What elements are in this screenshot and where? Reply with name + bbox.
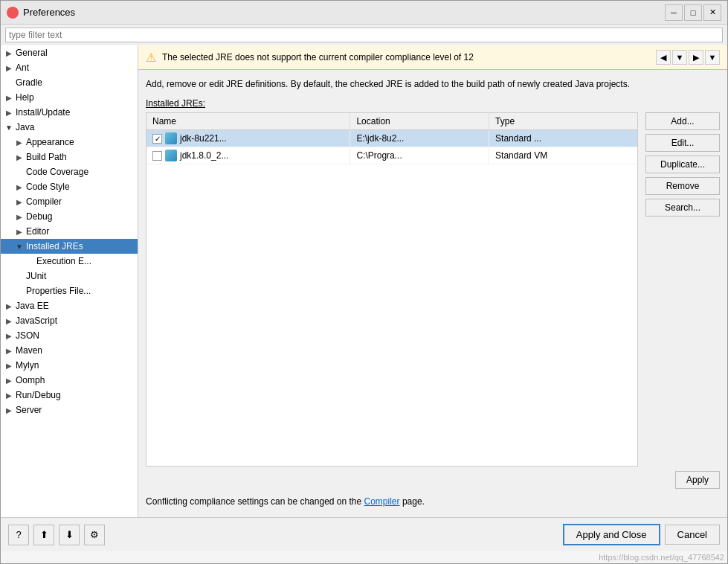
arrow-oomph: ▶	[4, 376, 14, 385]
back-button[interactable]: ◀	[656, 50, 671, 65]
label-mylyn: Mylyn	[14, 360, 39, 371]
sidebar-item-install-update[interactable]: ▶Install/Update	[1, 105, 138, 120]
jre-location: E:\jdk-8u2...	[350, 130, 489, 147]
jre-checkbox[interactable]	[152, 151, 162, 161]
jre-type: Standard VM	[489, 147, 637, 164]
remove-button[interactable]: Remove	[645, 177, 720, 195]
sidebar-item-build-path[interactable]: ▶Build Path	[1, 150, 138, 164]
sidebar-item-java-ee[interactable]: ▶Java EE	[1, 298, 138, 313]
maximize-button[interactable]: □	[684, 4, 702, 21]
col-name[interactable]: Name	[146, 113, 350, 130]
sidebar-item-java[interactable]: ▼Java	[1, 120, 138, 135]
filter-bar	[1, 25, 727, 45]
sidebar-item-execution-env[interactable]: Execution E...	[1, 254, 138, 269]
jre-icon	[165, 132, 177, 144]
sidebar-item-general[interactable]: ▶General	[1, 45, 138, 60]
sidebar-item-editor[interactable]: ▶Editor	[1, 224, 138, 239]
table-row[interactable]: jdk1.8.0_2...C:\Progra...Standard VM	[146, 147, 637, 164]
bottom-bar: ? ⬆ ⬇ ⚙ Apply and Close Cancel	[1, 517, 727, 551]
window-title: Preferences	[23, 7, 75, 18]
sidebar-item-server[interactable]: ▶Server	[1, 403, 138, 417]
export-button[interactable]: ⬆	[33, 525, 54, 545]
label-oomph: Oomph	[14, 375, 45, 385]
table-row[interactable]: ✓jdk-8u221...E:\jdk-8u2...Standard ...	[146, 130, 637, 147]
warning-icon: ⚠	[146, 51, 156, 65]
preferences-window: Preferences ─ □ ✕ ▶General▶AntGradle▶Hel…	[0, 0, 728, 564]
arrow-general: ▶	[4, 49, 14, 57]
close-button[interactable]: ✕	[703, 4, 721, 21]
col-type[interactable]: Type	[489, 113, 637, 130]
sidebar-item-junit[interactable]: JUnit	[1, 269, 138, 283]
arrow-installed-jres: ▼	[14, 243, 25, 251]
sidebar-item-ant[interactable]: ▶Ant	[1, 60, 138, 75]
sidebar-item-run-debug[interactable]: ▶Run/Debug	[1, 388, 138, 403]
sidebar-item-gradle[interactable]: Gradle	[1, 75, 138, 90]
panel-body: Add, remove or edit JRE definitions. By …	[138, 70, 727, 517]
preferences-icon-button[interactable]: ⚙	[84, 525, 105, 545]
description-text: Add, remove or edit JRE definitions. By …	[146, 77, 720, 91]
help-button[interactable]: ?	[8, 525, 29, 545]
sidebar-item-maven[interactable]: ▶Maven	[1, 343, 138, 358]
sidebar-item-code-coverage[interactable]: Code Coverage	[1, 164, 138, 179]
search-button[interactable]: Search...	[645, 199, 720, 217]
forward-button[interactable]: ▶	[689, 50, 703, 65]
watermark: https://blog.csdn.net/qq_47768542	[1, 551, 727, 563]
nav-arrows: ◀ ▼ ▶ ▼	[656, 50, 720, 65]
arrow-code-style: ▶	[14, 183, 25, 191]
minimize-button[interactable]: ─	[665, 4, 683, 21]
nav-dropdown2[interactable]: ▼	[705, 50, 720, 65]
col-location[interactable]: Location	[350, 113, 489, 130]
add-button[interactable]: Add...	[645, 112, 720, 130]
arrow-help: ▶	[4, 94, 14, 102]
import-button[interactable]: ⬇	[59, 525, 80, 545]
arrow-ant: ▶	[4, 64, 14, 72]
label-execution-env: Execution E...	[35, 256, 91, 266]
edit-button[interactable]: Edit...	[645, 134, 720, 152]
jre-checkbox[interactable]: ✓	[152, 134, 162, 144]
arrow-server: ▶	[4, 406, 14, 414]
jre-icon	[165, 150, 177, 161]
sidebar-item-javascript[interactable]: ▶JavaScript	[1, 313, 138, 328]
main-content: ▶General▶AntGradle▶Help▶Install/Update▼J…	[1, 45, 727, 517]
conflict-text: Conflicting compliance settings can be c…	[146, 496, 364, 507]
sidebar-item-json[interactable]: ▶JSON	[1, 328, 138, 343]
label-ant: Ant	[14, 63, 29, 73]
jres-buttons: Add... Edit... Duplicate... Remove Searc…	[645, 112, 720, 467]
sidebar-item-properties-file[interactable]: Properties File...	[1, 283, 138, 298]
apply-right-button[interactable]: Apply	[675, 471, 720, 489]
label-compiler: Compiler	[25, 196, 62, 207]
label-code-style: Code Style	[25, 182, 70, 192]
sidebar-item-installed-jres[interactable]: ▼Installed JREs	[1, 239, 138, 254]
cancel-button[interactable]: Cancel	[665, 525, 720, 545]
nav-dropdown[interactable]: ▼	[672, 50, 687, 65]
label-editor: Editor	[25, 226, 49, 237]
arrow-debug: ▶	[14, 213, 25, 221]
duplicate-button[interactable]: Duplicate...	[645, 156, 720, 173]
title-bar-left: Preferences	[7, 7, 75, 19]
sidebar-item-debug[interactable]: ▶Debug	[1, 209, 138, 224]
apply-and-close-button[interactable]: Apply and Close	[563, 524, 660, 545]
conflict-bar: Conflicting compliance settings can be c…	[146, 490, 720, 510]
sidebar-item-compiler[interactable]: ▶Compiler	[1, 194, 138, 209]
jres-area: Name Location Type ✓jdk-8u221...E:\jdk-8…	[146, 112, 720, 467]
label-debug: Debug	[25, 211, 52, 222]
sidebar-item-oomph[interactable]: ▶Oomph	[1, 373, 138, 388]
label-install-update: Install/Update	[14, 107, 70, 118]
label-code-coverage: Code Coverage	[25, 167, 88, 177]
arrow-appearance: ▶	[14, 138, 25, 147]
filter-input[interactable]	[5, 28, 723, 42]
arrow-java-ee: ▶	[4, 302, 14, 310]
label-server: Server	[14, 405, 42, 415]
sidebar-item-mylyn[interactable]: ▶Mylyn	[1, 358, 138, 373]
compiler-link[interactable]: Compiler	[364, 496, 400, 507]
jres-table: Name Location Type ✓jdk-8u221...E:\jdk-8…	[146, 113, 637, 164]
eclipse-icon	[7, 7, 19, 19]
sidebar-item-appearance[interactable]: ▶Appearance	[1, 135, 138, 150]
warning-bar: ⚠ The selected JRE does not support the …	[138, 45, 727, 70]
label-build-path: Build Path	[25, 152, 67, 162]
sidebar-item-help[interactable]: ▶Help	[1, 90, 138, 105]
arrow-javascript: ▶	[4, 317, 14, 325]
sidebar-item-code-style[interactable]: ▶Code Style	[1, 179, 138, 194]
label-java-ee: Java EE	[14, 301, 49, 311]
arrow-java: ▼	[4, 124, 14, 132]
